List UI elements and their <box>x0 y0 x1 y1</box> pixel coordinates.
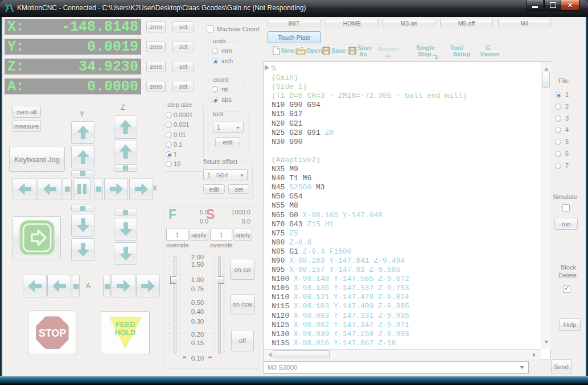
fixture-edit-button[interactable]: edit <box>203 184 225 194</box>
help-button[interactable]: Help <box>559 318 581 331</box>
mdi-dropdown-icon[interactable] <box>520 366 524 371</box>
jog-y-up-step-button[interactable] <box>71 170 94 177</box>
jog-x-left-arrow-button[interactable] <box>38 178 61 200</box>
dro-zero-button[interactable]: zero <box>146 81 166 92</box>
top-button-m3-on[interactable]: M3-on <box>383 19 435 27</box>
jog-a-left-step-button[interactable] <box>72 275 80 297</box>
feed-override-input[interactable]: 1 <box>166 229 188 241</box>
jog-a-right-fast-arrow-button[interactable] <box>136 275 160 297</box>
save-as-button-line2[interactable]: As <box>359 51 367 57</box>
top-button-m5-off[interactable]: M5-off <box>440 19 493 27</box>
tool-edit-button[interactable]: edit <box>215 137 240 147</box>
g-viewer-button-line2[interactable]: Viewer <box>480 51 500 57</box>
jog-z-down-arrow-button[interactable] <box>114 218 137 241</box>
vscroll-thumb[interactable] <box>542 72 550 88</box>
jog-pause-button[interactable] <box>73 178 91 200</box>
send-button[interactable]: Send <box>551 359 571 374</box>
file-radio-4[interactable] <box>555 127 561 133</box>
file-radio-5[interactable] <box>555 139 561 145</box>
jog-z-up-arrow-button[interactable] <box>114 140 137 163</box>
dro-set-button[interactable]: set <box>172 61 194 72</box>
jog-y-up-arrow-button[interactable] <box>71 146 94 168</box>
top-button-init[interactable]: INIT <box>268 19 320 27</box>
keyboard-jog-button[interactable]: Keyboard Jog <box>9 147 65 172</box>
dro-set-button[interactable]: set <box>172 21 194 32</box>
new-file-icon[interactable] <box>273 46 280 57</box>
zero-all-button[interactable]: zero all <box>12 106 41 118</box>
restart-button[interactable]: Restart <box>377 46 399 52</box>
jog-x-left-fast-arrow-button[interactable] <box>13 178 36 200</box>
block-delete-checkbox[interactable] <box>563 285 570 293</box>
jog-x-right-step-button[interactable] <box>94 178 103 200</box>
jog-a-right-step-button[interactable] <box>103 275 111 297</box>
jog-x-left-step-button[interactable] <box>63 178 72 200</box>
jog-y-up-fast-arrow-button[interactable] <box>71 121 94 144</box>
scroll-left-icon[interactable] <box>266 353 272 357</box>
new-button[interactable]: New <box>281 48 294 54</box>
spindle-on-cw-button[interactable]: on cw <box>230 259 255 280</box>
dro-set-button[interactable]: set <box>172 41 194 52</box>
dro-set-button[interactable]: set <box>172 81 194 92</box>
hscroll-thumb[interactable] <box>273 350 330 358</box>
jog-y-down-fast-arrow-button[interactable] <box>71 238 94 261</box>
top-button-m4[interactable]: M4 <box>498 19 551 27</box>
tool-select[interactable]: 1 <box>213 122 244 133</box>
save-as-icon[interactable] <box>348 47 356 57</box>
units-radio-inch[interactable] <box>212 58 218 64</box>
run-button[interactable]: run <box>554 218 578 230</box>
open-button[interactable]: Open <box>306 48 322 54</box>
file-radio-6[interactable] <box>555 151 561 157</box>
file-radio-7[interactable] <box>555 163 561 169</box>
gcode-vscrollbar[interactable] <box>541 62 551 349</box>
jog-a-left-fast-arrow-button[interactable] <box>23 275 47 297</box>
spindle-on-ccw-button[interactable]: on ccw <box>230 294 255 314</box>
scroll-down-icon[interactable] <box>544 341 549 346</box>
jog-z-up-fast-arrow-button[interactable] <box>114 115 137 139</box>
gcode-hscrollbar[interactable] <box>264 349 541 359</box>
step-size-radio-0.01[interactable] <box>166 132 172 138</box>
dro-zero-button[interactable]: zero <box>146 21 166 32</box>
single-step-icon[interactable] <box>431 52 439 63</box>
step-size-radio-0.0001[interactable] <box>166 112 172 118</box>
jog-a-right-arrow-button[interactable] <box>112 275 135 297</box>
top-button-home[interactable]: HOME <box>326 19 379 27</box>
dro-zero-button[interactable]: zero <box>146 41 166 52</box>
measure-button[interactable]: measure <box>12 120 41 132</box>
jog-z-down-fast-arrow-button[interactable] <box>114 242 137 265</box>
feed-apply-button[interactable]: apply <box>190 229 208 241</box>
jog-x-right-arrow-button[interactable] <box>104 178 128 200</box>
close-button[interactable]: ✕ <box>561 0 579 11</box>
gcode-editor[interactable]: %(Gain)(Side 1)(T1 D=6 CR=3 - ZMIN=-72.3… <box>263 61 551 359</box>
jog-y-down-arrow-button[interactable] <box>71 214 94 237</box>
stop-button[interactable]: STOP <box>28 311 76 354</box>
coord-radio-rel[interactable] <box>212 86 218 93</box>
jog-a-left-arrow-button[interactable] <box>47 275 71 297</box>
cycle-start-button[interactable] <box>13 216 61 259</box>
tool-setup-button-line2[interactable]: Setup <box>453 51 471 57</box>
spindle-override-slider[interactable] <box>218 256 221 354</box>
maximize-button[interactable] <box>544 0 561 11</box>
restart-rewind-icon[interactable]: ◀◀ <box>384 53 390 59</box>
touch-plate-button[interactable]: Touch Plate <box>268 31 321 43</box>
fixture-set-button[interactable]: set <box>228 184 249 194</box>
feed-hold-button[interactable]: FEEDHOLD <box>101 311 150 354</box>
simulate-checkbox[interactable] <box>562 204 570 212</box>
step-size-radio-1[interactable] <box>166 151 172 158</box>
save-icon[interactable] <box>322 47 330 57</box>
step-size-radio-0.1[interactable] <box>166 142 172 148</box>
single-step-button-line2[interactable]: Step <box>418 51 431 57</box>
minimize-button[interactable] <box>527 0 544 11</box>
file-radio-3[interactable] <box>555 115 561 122</box>
spindle-apply-button[interactable]: apply <box>233 229 252 241</box>
jog-y-down-step-button[interactable] <box>71 205 94 212</box>
spindle-override-input[interactable]: 1 <box>210 229 232 241</box>
coord-radio-abs[interactable] <box>212 97 218 103</box>
scroll-right-icon[interactable] <box>533 353 538 357</box>
file-radio-2[interactable] <box>555 104 561 110</box>
jog-z-up-step-button[interactable] <box>114 164 137 172</box>
jog-x-right-fast-arrow-button[interactable] <box>129 178 153 200</box>
open-folder-icon[interactable] <box>295 47 306 57</box>
machine-coord-checkbox[interactable] <box>207 25 214 32</box>
file-radio-1[interactable] <box>555 92 561 98</box>
dro-zero-button[interactable]: zero <box>146 61 166 72</box>
